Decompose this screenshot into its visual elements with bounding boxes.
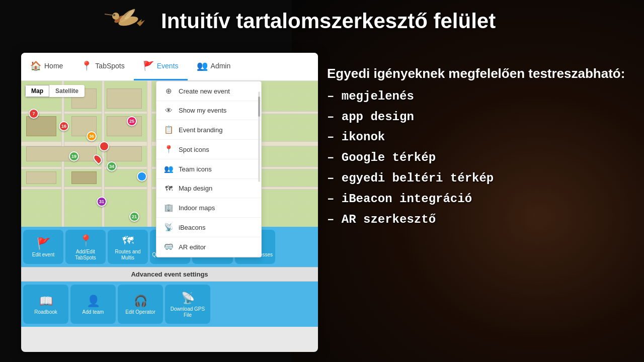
map-view-toggle: Map Satellite	[25, 85, 85, 97]
dropdown-create-event[interactable]: ⊕ Create new event	[156, 81, 261, 101]
dropdown-indoor-maps[interactable]: 🏢 Indoor maps	[156, 198, 261, 218]
routes-icon: 🗺	[122, 234, 133, 247]
svg-point-7	[114, 15, 115, 16]
add-tabspots-icon: 📍	[79, 234, 93, 247]
nav-home-label: Home	[44, 62, 63, 70]
roadbook-label: Roadbook	[34, 309, 57, 315]
app-toolbar-bottom: 📖 Roadbook 👤 Add team 🎧 Edit Operator 📡 …	[21, 282, 318, 327]
add-team-label: Add team	[83, 309, 104, 315]
advanced-bar-label: Advanced event settings	[131, 270, 208, 278]
events-dropdown: ⊕ Create new event 👁 Show my events 📋 Ev…	[156, 81, 262, 257]
svg-point-2	[112, 13, 119, 20]
dropdown-spot-icons[interactable]: 📍 Spot icons	[156, 140, 261, 159]
right-panel-list: – megjelenés – app design – ikonok – Goo…	[327, 86, 629, 230]
map-toggle-satellite[interactable]: Satellite	[49, 85, 85, 97]
ibeacons-icon: 📡	[164, 223, 174, 232]
toolbar-edit-operator[interactable]: 🎧 Edit Operator	[118, 285, 163, 324]
dropdown-indoor-maps-label: Indoor maps	[179, 204, 215, 212]
team-icons-icon: 👥	[164, 164, 174, 173]
dropdown-create-event-label: Create new event	[179, 87, 230, 95]
ar-editor-icon: 🥽	[164, 242, 174, 251]
list-item-4: – Google térkép	[327, 148, 629, 168]
dropdown-ar-editor-label: AR editor	[179, 243, 206, 251]
toolbar-download-gps[interactable]: 📡 Download GPSFile	[165, 285, 210, 324]
events-icon: 🚩	[143, 60, 154, 71]
right-panel-title: Egyedi igényeknek megfelelően testreszab…	[327, 65, 629, 82]
list-item-1: – megjelenés	[327, 86, 629, 107]
advanced-settings-bar: Advanced event settings	[21, 267, 318, 282]
dropdown-ar-editor[interactable]: 🥽 AR editor	[156, 237, 261, 257]
dropdown-show-events[interactable]: 👁 Show my events	[156, 101, 261, 120]
nav-admin-label: Admin	[211, 62, 231, 70]
right-panel: Egyedi igényeknek megfelelően testreszab…	[327, 65, 629, 230]
toolbar-add-team[interactable]: 👤 Add team	[70, 285, 116, 324]
dropdown-team-icons[interactable]: 👥 Team icons	[156, 159, 261, 179]
toolbar-roadbook[interactable]: 📖 Roadbook	[23, 285, 68, 324]
admin-icon: 👥	[197, 60, 208, 71]
map-toggle-map[interactable]: Map	[25, 85, 49, 97]
svg-line-3	[105, 14, 112, 15]
indoor-maps-icon: 🏢	[164, 203, 174, 212]
dropdown-map-design[interactable]: 🗺 Map design	[156, 179, 261, 198]
dropdown-ibeacons-label: iBeacons	[179, 224, 205, 231]
list-item-2: – app design	[327, 107, 629, 128]
dropdown-show-events-label: Show my events	[179, 107, 226, 114]
routes-label: Routes andMultis	[115, 249, 140, 261]
dropdown-event-branding-label: Event branding	[179, 126, 222, 134]
toolbar-routes[interactable]: 🗺 Routes andMultis	[108, 230, 148, 264]
dropdown-event-branding[interactable]: 📋 Event branding	[156, 120, 261, 140]
nav-events[interactable]: 🚩 Events	[134, 53, 188, 80]
show-events-icon: 👁	[164, 106, 174, 115]
tabspots-icon: 📍	[81, 60, 92, 71]
list-item-3: – ikonok	[327, 127, 629, 148]
edit-operator-icon: 🎧	[134, 295, 147, 308]
map-design-icon: 🗺	[164, 184, 174, 193]
nav-tabspots[interactable]: 📍 TabSpots	[72, 53, 133, 80]
roadbook-icon: 📖	[39, 295, 53, 308]
event-branding-icon: 📋	[164, 125, 174, 134]
edit-operator-label: Edit Operator	[125, 309, 155, 315]
dropdown-scrollbar	[258, 92, 260, 182]
app-screenshot: 🏠 Home 📍 TabSpots 🚩 Events 👥 Admin	[21, 53, 318, 352]
download-gps-icon: 📡	[181, 292, 195, 305]
nav-events-label: Events	[157, 62, 179, 70]
page-title: Intuitív tartalomszerkesztő felület	[161, 9, 496, 33]
toolbar-add-tabspots[interactable]: 📍 Add/EditTabSpots	[65, 230, 106, 264]
list-item-7: – AR szerkesztő	[327, 210, 629, 230]
add-tabspots-label: Add/EditTabSpots	[75, 249, 96, 261]
edit-event-label: Edit event	[32, 252, 54, 258]
nav-tabspots-label: TabSpots	[95, 62, 124, 70]
bird-logo	[101, 5, 151, 45]
dropdown-map-design-label: Map design	[179, 185, 212, 192]
dropdown-spot-icons-label: Spot icons	[179, 146, 209, 153]
add-team-icon: 👤	[87, 295, 100, 308]
list-item-6: – iBeacon integráció	[327, 189, 629, 210]
nav-home[interactable]: 🏠 Home	[21, 53, 72, 80]
list-item-5: – egyedi beltéri térkép	[327, 168, 629, 189]
dropdown-team-icons-label: Team icons	[179, 165, 212, 173]
dropdown-ibeacons[interactable]: 📡 iBeacons	[156, 218, 261, 237]
dropdown-scrollbar-thumb	[258, 97, 260, 117]
spot-icons-icon: 📍	[164, 145, 174, 154]
download-gps-label: Download GPSFile	[171, 306, 205, 318]
app-navbar: 🏠 Home 📍 TabSpots 🚩 Events 👥 Admin	[21, 53, 318, 81]
nav-admin[interactable]: 👥 Admin	[188, 53, 240, 80]
home-icon: 🏠	[30, 60, 41, 71]
create-event-icon: ⊕	[164, 86, 174, 96]
toolbar-edit-event[interactable]: 🚩 Edit event	[23, 230, 63, 264]
edit-event-icon: 🚩	[37, 237, 50, 250]
